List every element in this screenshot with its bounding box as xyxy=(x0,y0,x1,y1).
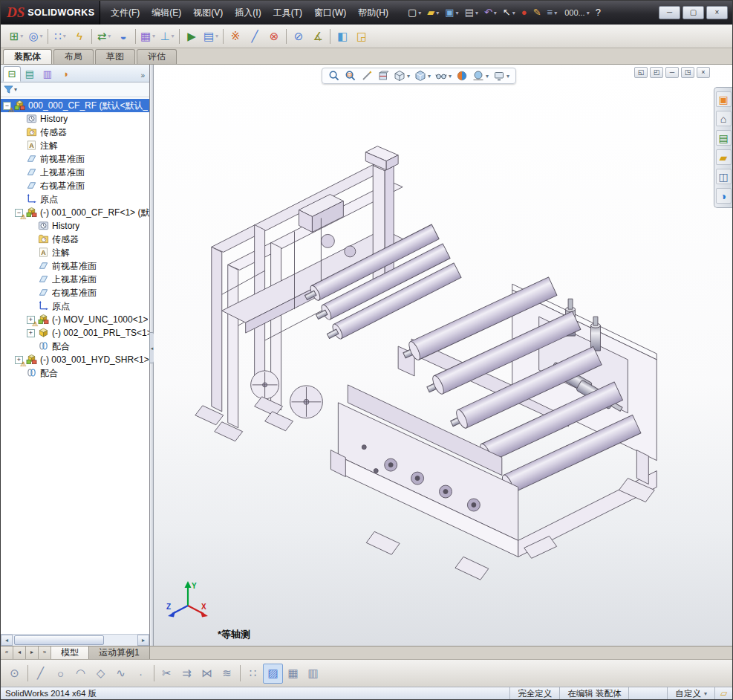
status-custom-dropdown[interactable]: 自定义▾ xyxy=(667,687,714,699)
scroll-left-arrow[interactable]: ◂ xyxy=(1,635,13,646)
tab-scroll-last-button[interactable]: » xyxy=(39,646,51,659)
mate-icon[interactable]: ◎▾ xyxy=(26,27,45,45)
menu-edit[interactable]: 编辑(E) xyxy=(146,4,187,22)
tree-item[interactable]: A⚠注解 xyxy=(1,246,149,259)
undo-icon[interactable]: ↶▾ xyxy=(481,6,500,19)
tree-expander[interactable]: + xyxy=(27,329,35,337)
hide-show-items-icon[interactable]: ▾ xyxy=(433,69,454,82)
tree-item[interactable]: A⚠前视基准面 xyxy=(1,152,149,166)
propertymanager-tab[interactable]: ▤ xyxy=(21,66,39,82)
component-pattern-icon[interactable]: ∷▾ xyxy=(51,27,70,45)
tree-expander[interactable] xyxy=(27,222,35,230)
sketch-pattern-icon[interactable]: ∷ xyxy=(243,664,263,684)
sketch-spline-icon[interactable]: ∿ xyxy=(111,664,131,684)
separator[interactable]: ▾ xyxy=(89,27,94,45)
edit-appearance-icon[interactable]: ▾ xyxy=(454,69,470,82)
separator[interactable]: ▾ xyxy=(45,27,51,45)
separator[interactable]: ▾ xyxy=(284,27,289,45)
tab-scroll-left-button[interactable]: ◂ xyxy=(13,646,26,659)
insert-components-icon[interactable]: ⊞▾ xyxy=(7,27,26,45)
sketch-point-icon[interactable]: · xyxy=(131,664,151,684)
clearance-verification-icon[interactable]: ⊘▾ xyxy=(289,27,308,45)
view-settings-icon[interactable]: ▾ xyxy=(491,69,512,82)
zoom-fit-icon[interactable]: ▾ xyxy=(326,69,342,82)
open-icon[interactable]: ▰▾ xyxy=(424,6,442,19)
menu-file[interactable]: 文件(F) xyxy=(105,4,146,22)
panel-overflow-chevron[interactable]: » xyxy=(140,71,147,82)
tree-item[interactable]: +A⚠(-) MOV_UNC_1000<1> xyxy=(1,313,149,326)
sketch-trim-icon[interactable]: ✂ xyxy=(157,664,177,684)
sketch-line-icon[interactable]: ╱ xyxy=(30,664,51,684)
menu-view[interactable]: 视图(V) xyxy=(187,4,229,22)
bill-of-materials-icon[interactable]: ▤▾ xyxy=(201,27,221,45)
select-icon[interactable]: ↖▾ xyxy=(500,6,518,19)
sketch-polygon-icon[interactable]: ◇ xyxy=(91,664,111,684)
tree-item[interactable]: A⚠配合 xyxy=(1,366,149,380)
show-hidden-components-icon[interactable]: ◒▾ xyxy=(114,27,133,45)
section-tool-icon[interactable]: ◧▾ xyxy=(333,27,352,45)
taskpane-view-palette-icon[interactable]: ◫ xyxy=(716,169,732,184)
menu-insert[interactable]: 插入(I) xyxy=(229,4,267,22)
tree-expander[interactable] xyxy=(27,236,35,244)
doc-close-button[interactable]: × xyxy=(697,67,710,78)
tree-expander[interactable] xyxy=(15,195,23,204)
separator[interactable]: ▾ xyxy=(221,27,226,45)
tree-item[interactable]: A⚠上视基准面 xyxy=(1,273,149,286)
tree-expander[interactable] xyxy=(15,142,23,150)
tab-scroll-first-button[interactable]: « xyxy=(1,646,13,659)
tree-item[interactable]: A⚠原点 xyxy=(1,192,149,206)
display-style-icon[interactable]: ▾ xyxy=(412,69,433,82)
tree-expander[interactable] xyxy=(15,115,23,123)
tree-item[interactable]: +A⚠(-) 003_001_HYD_SHR<1> xyxy=(1,353,149,366)
measure-icon[interactable]: ∡▾ xyxy=(308,27,328,45)
separator[interactable] xyxy=(237,664,243,684)
close-button[interactable]: × xyxy=(706,6,728,19)
separator[interactable] xyxy=(151,664,157,684)
tree-item[interactable]: A⚠注解 xyxy=(1,139,149,152)
window-cascade-button[interactable]: ◱ xyxy=(634,67,648,78)
zoom-area-icon[interactable]: ▾ xyxy=(342,69,359,82)
separator[interactable]: ▾ xyxy=(133,27,138,45)
sketch-circle-icon[interactable]: ○ xyxy=(51,664,71,684)
help-icon[interactable]: ?▾ xyxy=(593,6,604,19)
doc-restore-button[interactable]: ◳ xyxy=(681,67,694,78)
separator[interactable] xyxy=(25,664,30,684)
tree-item[interactable]: A⚠传感器 xyxy=(1,233,149,246)
scroll-thumb[interactable] xyxy=(14,635,104,645)
window-tile-button[interactable]: ◰ xyxy=(650,67,663,78)
tree-expander[interactable] xyxy=(27,276,35,284)
configurationmanager-tab[interactable]: ▥ xyxy=(39,66,56,82)
taskpane-file-explorer-icon[interactable]: ▰ xyxy=(716,149,732,165)
taskpane-resources-icon[interactable]: ▣ xyxy=(716,91,732,107)
tree-item[interactable]: A⚠右视基准面 xyxy=(1,286,149,299)
section-view-icon[interactable]: ▾ xyxy=(375,69,391,82)
config-dropdown[interactable]: 000...▾ xyxy=(560,7,593,19)
taskpane-home-icon[interactable]: ⌂ xyxy=(716,111,732,126)
scroll-track[interactable] xyxy=(13,635,137,646)
featuremanager-tab[interactable]: ⊟ xyxy=(3,66,21,82)
tree-item[interactable]: A⚠传感器 xyxy=(1,126,149,139)
tree-item[interactable]: +A⚠(-) 002_001_PRL_TS<1> (默 xyxy=(1,326,149,340)
separator[interactable]: ▾ xyxy=(328,27,333,45)
status-tag-icon[interactable]: ▱ xyxy=(714,687,732,699)
tree-item[interactable]: A⚠原点 xyxy=(1,299,149,313)
model-tab[interactable]: 模型 xyxy=(51,646,89,659)
tree-expander[interactable] xyxy=(27,302,35,311)
smart-fasteners-icon[interactable]: ϟ▾ xyxy=(70,27,89,45)
rebuild-icon[interactable]: ●▾ xyxy=(518,6,530,19)
tree-item[interactable]: A⚠配合 xyxy=(1,340,149,353)
graphics-area[interactable]: ▾▾▾▾▾▾▾▾▾▾ ◱◰─◳× ▣⌂▤▰◫◑ Y X Z *等轴测 xyxy=(154,65,732,646)
reference-geometry-icon[interactable]: ⊥▾ xyxy=(157,27,177,45)
taskpane-design-library-icon[interactable]: ▤ xyxy=(716,130,732,146)
tree-expander[interactable] xyxy=(27,343,35,351)
sketch-mirror-icon[interactable]: ⋈ xyxy=(197,664,217,684)
new-document-icon[interactable]: ▢▾ xyxy=(405,6,424,19)
menu-help[interactable]: 帮助(H) xyxy=(352,4,394,22)
shaded-sketch-contours-icon[interactable]: ▨ xyxy=(263,664,283,684)
tree-expander[interactable] xyxy=(15,369,23,377)
file-properties-icon[interactable]: ≡▾ xyxy=(544,6,561,19)
restore-button[interactable]: ▢ xyxy=(682,6,704,19)
tree-expander[interactable] xyxy=(27,249,35,257)
tab-assembly[interactable]: 装配体 xyxy=(3,49,52,64)
tree-item[interactable]: A⚠右视基准面 xyxy=(1,179,149,192)
